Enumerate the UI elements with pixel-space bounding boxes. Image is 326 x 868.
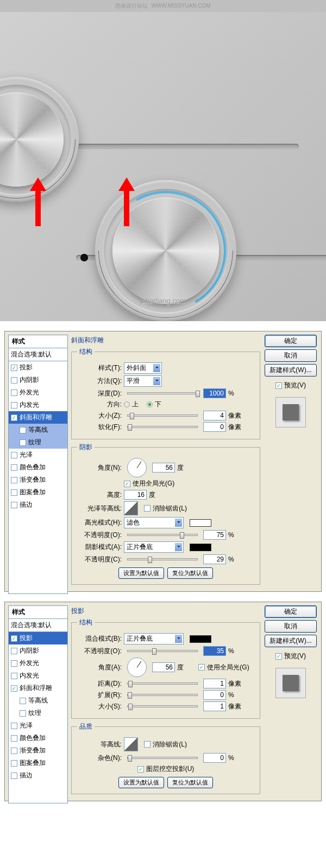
blend-options-default[interactable]: 混合选项:默认 <box>8 348 68 361</box>
checkbox-icon[interactable] <box>11 648 17 654</box>
new-style-button[interactable]: 新建样式(W)... <box>265 635 317 647</box>
checkbox-icon[interactable] <box>20 427 26 433</box>
depth-input[interactable]: 1000 <box>203 388 226 398</box>
checkbox-icon[interactable] <box>11 660 17 667</box>
antialias-checkbox[interactable] <box>144 741 151 748</box>
style-drop-shadow[interactable]: 投影 <box>9 632 67 644</box>
spread-input[interactable]: 0 <box>203 690 226 700</box>
checkbox-icon[interactable] <box>11 390 17 396</box>
angle-dial[interactable] <box>127 458 147 477</box>
distance-input[interactable]: 1 <box>203 679 226 688</box>
checkbox-icon[interactable] <box>11 735 17 742</box>
gloss-contour-picker[interactable] <box>124 501 138 515</box>
cancel-button[interactable]: 取消 <box>265 349 317 362</box>
checkbox-icon[interactable] <box>11 773 17 779</box>
checkbox-icon[interactable] <box>20 710 26 717</box>
blend-mode-select[interactable]: 正片叠底 <box>124 633 184 644</box>
preview-checkbox[interactable] <box>275 382 282 389</box>
distance-slider[interactable] <box>127 682 198 685</box>
checkbox-icon[interactable] <box>11 723 17 729</box>
contour-picker[interactable] <box>124 737 138 751</box>
style-inner-glow[interactable]: 内发光 <box>9 399 67 411</box>
shadow-color-swatch[interactable] <box>190 544 211 551</box>
depth-slider[interactable] <box>127 392 198 394</box>
knockout-checkbox[interactable] <box>137 766 144 773</box>
make-default-button[interactable]: 设置为默认值 <box>118 777 164 788</box>
checkbox-icon[interactable] <box>20 439 26 446</box>
ok-button[interactable]: 确定 <box>265 335 317 347</box>
style-texture[interactable]: 纹理 <box>9 707 67 719</box>
style-contour[interactable]: 等高线 <box>9 424 67 436</box>
opacity-input[interactable]: 35 <box>203 646 226 656</box>
opacity-slider[interactable] <box>127 650 198 652</box>
style-outer-glow[interactable]: 外发光 <box>9 657 67 669</box>
checkbox-icon[interactable] <box>11 685 17 692</box>
size-slider[interactable] <box>127 705 198 707</box>
angle-input[interactable]: 56 <box>152 463 175 473</box>
style-bevel-emboss[interactable]: 斜面和浮雕 <box>9 682 67 694</box>
shadow-opacity-slider[interactable] <box>127 558 198 560</box>
angle-dial[interactable] <box>127 658 147 677</box>
style-satin[interactable]: 光泽 <box>9 719 67 732</box>
style-gradient-overlay[interactable]: 渐变叠加 <box>9 474 67 486</box>
soften-input[interactable]: 0 <box>203 422 226 432</box>
checkbox-icon[interactable] <box>11 760 17 767</box>
checkbox-icon[interactable] <box>11 673 17 679</box>
checkbox-icon[interactable] <box>11 464 17 471</box>
method-select[interactable]: 平滑 <box>124 375 162 387</box>
reset-default-button[interactable]: 复位为默认值 <box>167 567 213 579</box>
style-inner-shadow[interactable]: 内阴影 <box>9 644 67 657</box>
global-light-checkbox[interactable] <box>198 664 205 671</box>
style-color-overlay[interactable]: 颜色叠加 <box>9 461 67 474</box>
antialias-checkbox[interactable] <box>144 505 151 512</box>
size-input[interactable]: 4 <box>203 411 226 420</box>
preview-checkbox[interactable] <box>275 653 282 660</box>
altitude-input[interactable]: 16 <box>124 490 147 500</box>
style-outer-glow[interactable]: 外发光 <box>9 386 67 399</box>
checkbox-icon[interactable] <box>11 402 17 409</box>
style-texture[interactable]: 纹理 <box>9 436 67 449</box>
make-default-button[interactable]: 设置为默认值 <box>118 567 164 579</box>
highlight-opacity-input[interactable]: 75 <box>203 530 226 540</box>
size-slider[interactable] <box>127 414 198 417</box>
cancel-button[interactable]: 取消 <box>265 620 317 633</box>
shadow-opacity-input[interactable]: 29 <box>203 554 226 564</box>
highlight-mode-select[interactable]: 滤色 <box>124 517 184 528</box>
checkbox-icon[interactable] <box>11 635 17 642</box>
angle-input[interactable]: 56 <box>152 662 175 672</box>
checkbox-icon[interactable] <box>11 365 17 371</box>
shadow-color-swatch[interactable] <box>190 635 211 643</box>
shadow-mode-select[interactable]: 正片叠底 <box>124 541 184 553</box>
noise-slider[interactable] <box>127 757 198 759</box>
checkbox-icon[interactable] <box>11 377 17 384</box>
style-gradient-overlay[interactable]: 渐变叠加 <box>9 744 67 757</box>
checkbox-icon[interactable] <box>20 698 26 704</box>
style-stroke[interactable]: 描边 <box>9 769 67 782</box>
style-stroke[interactable]: 描边 <box>9 499 67 511</box>
direction-up-radio[interactable] <box>124 401 130 407</box>
blend-options-default[interactable]: 混合选项:默认 <box>8 619 68 632</box>
spread-slider[interactable] <box>127 694 198 696</box>
checkbox-icon[interactable] <box>11 452 17 458</box>
checkbox-icon[interactable] <box>11 477 17 483</box>
style-pattern-overlay[interactable]: 图案叠加 <box>9 486 67 499</box>
style-pattern-overlay[interactable]: 图案叠加 <box>9 757 67 769</box>
style-select[interactable]: 外斜面 <box>124 362 162 374</box>
style-drop-shadow[interactable]: 投影 <box>9 361 67 374</box>
noise-input[interactable]: 0 <box>203 753 226 763</box>
checkbox-icon[interactable] <box>11 414 17 421</box>
global-light-checkbox[interactable] <box>124 481 130 487</box>
checkbox-icon[interactable] <box>11 489 17 496</box>
style-contour[interactable]: 等高线 <box>9 694 67 707</box>
checkbox-icon[interactable] <box>11 748 17 754</box>
size-input[interactable]: 1 <box>203 701 226 711</box>
style-inner-glow[interactable]: 内发光 <box>9 669 67 682</box>
style-inner-shadow[interactable]: 内阴影 <box>9 374 67 386</box>
style-color-overlay[interactable]: 颜色叠加 <box>9 732 67 744</box>
soften-slider[interactable] <box>127 426 198 428</box>
reset-default-button[interactable]: 复位为默认值 <box>167 777 213 788</box>
highlight-color-swatch[interactable] <box>190 519 211 527</box>
ok-button[interactable]: 确定 <box>265 605 317 618</box>
style-satin[interactable]: 光泽 <box>9 449 67 461</box>
checkbox-icon[interactable] <box>11 502 17 508</box>
